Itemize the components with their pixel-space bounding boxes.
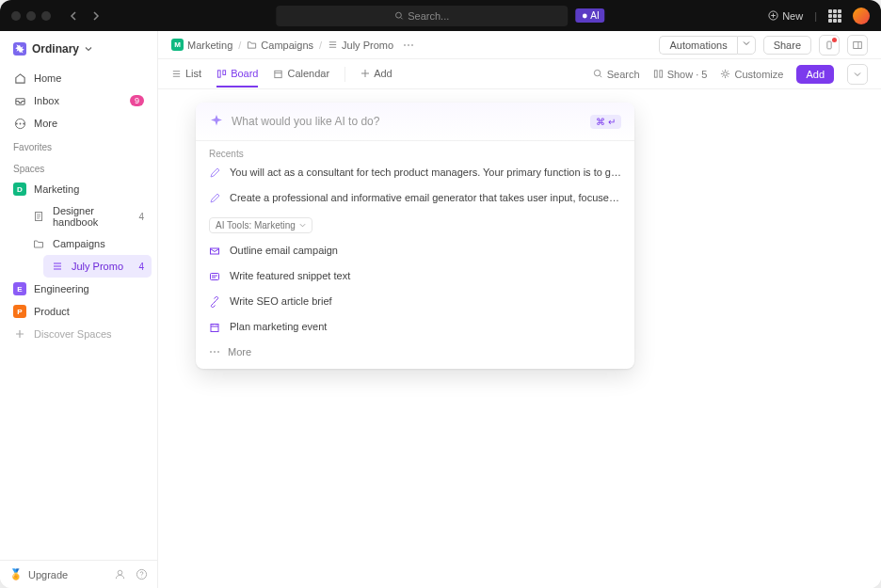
ai-tool-plan-event[interactable]: Plan marketing event — [196, 315, 634, 341]
ai-badge[interactable]: AI — [575, 8, 604, 23]
space-badge: D — [13, 183, 26, 196]
inbox-icon — [13, 94, 26, 107]
view-calendar[interactable]: Calendar — [273, 68, 329, 87]
breadcrumb: M Marketing / Campaigns / July Promo — [171, 39, 414, 51]
notification-dot — [832, 38, 837, 42]
svg-point-9 — [118, 570, 122, 575]
mail-icon — [209, 246, 222, 259]
svg-rect-16 — [223, 70, 226, 74]
svg-point-1 — [583, 13, 587, 18]
workspace-logo — [13, 42, 26, 56]
sidebar-footer: 🏅 Upgrade — [0, 560, 157, 588]
automations-button[interactable]: Automations — [659, 36, 755, 55]
panel-toggle[interactable] — [847, 35, 868, 56]
view-show[interactable]: Show · 5 — [653, 69, 708, 80]
svg-point-27 — [217, 351, 219, 353]
document-icon — [32, 210, 45, 223]
ai-more[interactable]: More — [196, 341, 634, 369]
plus-icon — [13, 327, 26, 341]
header: M Marketing / Campaigns / July Promo — [158, 31, 881, 59]
space-marketing[interactable]: D Marketing — [6, 178, 152, 200]
svg-point-12 — [408, 44, 409, 46]
ai-tool-seo[interactable]: Write SEO article brief — [196, 290, 634, 315]
new-button[interactable]: New — [768, 10, 803, 22]
sidebar: Ordinary Home Inbox 9 More Favorites — [0, 31, 158, 588]
pencil-icon — [209, 193, 222, 206]
sparkle-icon — [581, 12, 588, 20]
ai-recent-item[interactable]: You will act as a consultant for tech pr… — [196, 161, 634, 186]
svg-point-11 — [404, 44, 406, 46]
more-dots-icon[interactable] — [403, 40, 414, 51]
apps-icon[interactable] — [828, 9, 841, 23]
nav-home[interactable]: Home — [6, 67, 152, 89]
svg-point-5 — [19, 122, 21, 124]
list-july-promo[interactable]: July Promo 4 — [43, 255, 152, 278]
ai-tool-outline-email[interactable]: Outline email campaign — [196, 239, 634, 264]
inbox-count: 9 — [130, 95, 144, 106]
view-search[interactable]: Search — [593, 69, 640, 80]
folder-handbook[interactable]: Designer handbook 4 — [24, 200, 152, 232]
folder-campaigns[interactable]: Campaigns — [24, 232, 152, 255]
svg-rect-14 — [854, 41, 862, 48]
spaces-label: Spaces — [0, 156, 157, 178]
search-placeholder: Search... — [408, 10, 449, 22]
automations-chevron[interactable] — [737, 36, 756, 55]
plus-circle-icon — [768, 10, 778, 21]
recents-label: Recents — [196, 141, 634, 161]
more-icon — [13, 117, 26, 130]
nav-inbox[interactable]: Inbox 9 — [6, 89, 152, 112]
upgrade-icon: 🏅 — [9, 568, 23, 580]
share-button[interactable]: Share — [763, 36, 811, 55]
svg-point-21 — [724, 72, 728, 76]
workspace-selector[interactable]: Ordinary — [0, 31, 157, 67]
ai-placeholder: What would you like AI to do? — [232, 115, 583, 128]
svg-rect-15 — [218, 70, 221, 76]
crumb-july[interactable]: July Promo — [328, 40, 393, 51]
crumb-marketing[interactable]: M Marketing — [171, 39, 232, 51]
home-icon — [13, 72, 26, 85]
discover-spaces[interactable]: Discover Spaces — [6, 323, 152, 345]
upgrade-link[interactable]: Upgrade — [28, 569, 68, 580]
svg-point-0 — [396, 12, 402, 18]
zoom-light[interactable] — [41, 11, 51, 21]
sparkle-icon — [209, 114, 224, 129]
ai-tool-snippet[interactable]: Write featured snippet text — [196, 264, 634, 290]
space-product[interactable]: P Product — [6, 300, 152, 323]
view-customize[interactable]: Customize — [720, 69, 783, 80]
close-light[interactable] — [11, 11, 21, 21]
person-icon[interactable] — [114, 568, 126, 580]
svg-rect-17 — [275, 71, 281, 77]
list-icon — [171, 69, 182, 79]
board-area: What would you like AI to do? ⌘ ↵ Recent… — [158, 89, 881, 588]
space-badge: P — [13, 305, 26, 318]
global-search[interactable]: Search... — [276, 6, 568, 26]
content: M Marketing / Campaigns / July Promo — [158, 31, 881, 588]
folder-icon — [32, 237, 45, 250]
ai-recent-item[interactable]: Create a professional and informative em… — [196, 186, 634, 212]
space-engineering[interactable]: E Engineering — [6, 278, 152, 300]
ai-input[interactable]: What would you like AI to do? ⌘ ↵ — [196, 103, 634, 141]
add-task-button[interactable]: Add — [796, 65, 834, 84]
help-icon[interactable] — [136, 568, 148, 580]
nav-back[interactable] — [66, 8, 83, 24]
pencil-icon — [209, 167, 222, 181]
nav-more[interactable]: More — [6, 112, 152, 135]
svg-rect-23 — [211, 274, 219, 280]
ai-panel: What would you like AI to do? ⌘ ↵ Recent… — [196, 103, 634, 369]
view-board[interactable]: Board — [216, 68, 258, 87]
svg-point-13 — [411, 44, 413, 46]
notifications-button[interactable] — [819, 35, 840, 56]
crumb-campaigns[interactable]: Campaigns — [247, 40, 313, 51]
add-task-chevron[interactable] — [847, 64, 868, 85]
columns-icon — [653, 69, 664, 79]
view-add[interactable]: Add — [360, 68, 392, 87]
view-list[interactable]: List — [171, 68, 201, 87]
ai-filter[interactable]: AI Tools: Marketing — [209, 217, 312, 233]
nav-forward[interactable] — [87, 8, 104, 24]
views-bar: List Board Calendar Add — [158, 59, 881, 89]
svg-point-26 — [214, 351, 216, 353]
user-avatar[interactable] — [853, 8, 870, 24]
link-icon — [209, 296, 222, 310]
minimize-light[interactable] — [26, 11, 36, 21]
more-dots-icon — [209, 346, 220, 358]
